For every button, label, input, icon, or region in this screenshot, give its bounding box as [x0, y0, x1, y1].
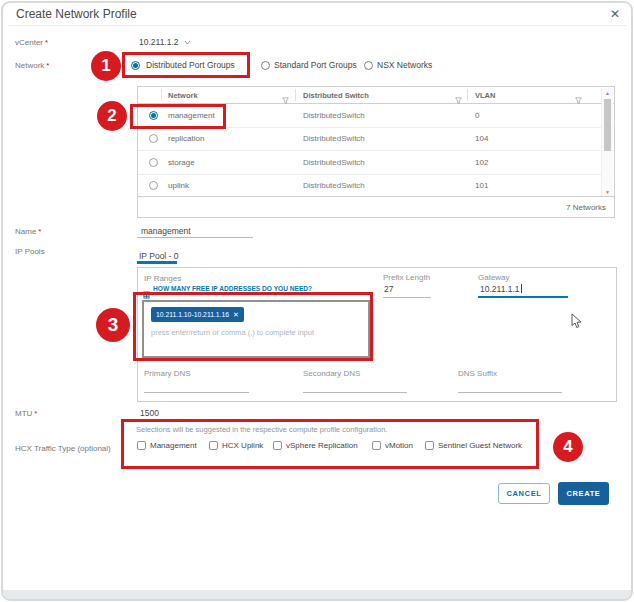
- annotation-marker-3: 3: [96, 308, 130, 342]
- table-footer: 7 Networks: [138, 196, 614, 217]
- filter-icon[interactable]: [575, 91, 582, 109]
- gateway-underline-focused: [478, 296, 568, 298]
- annotation-box-1: [122, 52, 250, 78]
- chevron-down-icon: [184, 37, 191, 47]
- gateway-label: Gateway: [478, 273, 510, 282]
- ip-ranges-label: IP Ranges: [144, 274, 181, 283]
- required-asterisk: *: [45, 38, 48, 47]
- table-row-storage[interactable]: storage DistributedSwitch 102: [138, 151, 614, 175]
- prefix-length-input[interactable]: 27: [384, 284, 393, 294]
- cell-switch: DistributedSwitch: [303, 111, 475, 120]
- tab-active-underline: [137, 261, 177, 264]
- column-divider: [467, 89, 468, 101]
- row-radio-cell[interactable]: [138, 158, 168, 167]
- network-label: Network*: [15, 61, 49, 70]
- cell-network: storage: [168, 158, 303, 167]
- annotation-box-2: [130, 104, 226, 129]
- vcenter-select[interactable]: 10.211.1.2: [139, 37, 191, 47]
- primary-dns-label: Primary DNS: [144, 369, 191, 378]
- ip-pools-label: IP Pools: [15, 247, 45, 256]
- annotation-box-3: [133, 292, 373, 361]
- prefix-length-underline: [383, 297, 431, 298]
- required-asterisk: *: [38, 227, 41, 236]
- mtu-label: MTU*: [15, 409, 37, 418]
- required-asterisk: *: [34, 409, 37, 418]
- prefix-length-label: Prefix Length: [383, 273, 430, 282]
- name-label: Name*: [15, 227, 41, 236]
- dns-suffix-input[interactable]: [458, 392, 562, 393]
- cell-switch: DistributedSwitch: [303, 134, 475, 143]
- dialog-shadow: [3, 590, 631, 599]
- gateway-input[interactable]: 10.211.1.1: [480, 284, 522, 294]
- create-button[interactable]: CREATE: [558, 482, 609, 505]
- mouse-cursor-icon: [571, 313, 582, 333]
- cell-switch: DistributedSwitch: [303, 158, 475, 167]
- column-header-network: Network: [168, 91, 198, 100]
- column-divider: [295, 89, 296, 101]
- annotation-marker-4: 4: [553, 432, 583, 462]
- vcenter-label: vCenter*: [15, 38, 48, 47]
- row-radio[interactable]: [149, 158, 158, 167]
- filter-icon[interactable]: [282, 91, 289, 109]
- title-divider: [8, 25, 626, 26]
- name-input[interactable]: management: [141, 226, 191, 236]
- cell-vlan: 101: [475, 181, 614, 190]
- column-header-distributed-switch: Distributed Switch: [303, 91, 369, 100]
- secondary-dns-input[interactable]: [303, 392, 407, 393]
- row-radio-cell[interactable]: [138, 181, 168, 190]
- hcx-traffic-type-label: HCX Traffic Type (optional): [15, 444, 111, 453]
- table-row-replication[interactable]: replication DistributedSwitch 104: [138, 128, 614, 152]
- name-input-underline: [137, 237, 253, 238]
- radio-label-nsx-networks[interactable]: NSX Networks: [377, 60, 432, 70]
- cell-network: uplink: [168, 181, 303, 190]
- radio-nsx-networks[interactable]: [364, 61, 373, 70]
- column-header-vlan: VLAN: [475, 91, 495, 100]
- cell-vlan: 104: [475, 134, 614, 143]
- cancel-button[interactable]: CANCEL: [498, 483, 550, 504]
- table-header: Network Distributed Switch VLAN: [138, 87, 614, 104]
- dns-suffix-label: DNS Suffix: [458, 369, 497, 378]
- scroll-down-icon[interactable]: ▼: [602, 189, 613, 195]
- filter-icon[interactable]: [455, 91, 462, 109]
- required-asterisk: *: [46, 61, 49, 70]
- row-radio-cell[interactable]: [138, 134, 168, 143]
- row-radio[interactable]: [149, 181, 158, 190]
- cell-switch: DistributedSwitch: [303, 181, 475, 190]
- tab-ip-pool-0[interactable]: IP Pool - 0: [139, 251, 179, 261]
- annotation-box-4: [121, 419, 539, 469]
- annotation-marker-1: 1: [91, 51, 121, 81]
- close-icon[interactable]: ✕: [610, 7, 620, 21]
- table-scrollbar[interactable]: ▲ ▼: [601, 88, 613, 197]
- cell-vlan: 102: [475, 158, 614, 167]
- radio-label-standard-port-groups[interactable]: Standard Port Groups: [274, 60, 357, 70]
- column-divider: [161, 89, 162, 101]
- cell-vlan: 0: [475, 111, 614, 120]
- primary-dns-input[interactable]: [144, 392, 249, 393]
- row-radio[interactable]: [149, 134, 158, 143]
- annotation-marker-2: 2: [97, 101, 127, 131]
- scroll-up-icon[interactable]: ▲: [602, 90, 613, 96]
- scrollbar-thumb[interactable]: [604, 99, 611, 151]
- dialog-title: Create Network Profile: [16, 7, 137, 21]
- cell-network: replication: [168, 134, 303, 143]
- text-caret: [521, 284, 522, 293]
- create-network-profile-dialog: Create Network Profile ✕ vCenter* 10.211…: [0, 0, 634, 602]
- radio-standard-port-groups[interactable]: [261, 61, 270, 70]
- table-row-uplink[interactable]: uplink DistributedSwitch 101: [138, 175, 614, 199]
- mtu-input[interactable]: 1500: [140, 408, 159, 418]
- secondary-dns-label: Secondary DNS: [303, 369, 360, 378]
